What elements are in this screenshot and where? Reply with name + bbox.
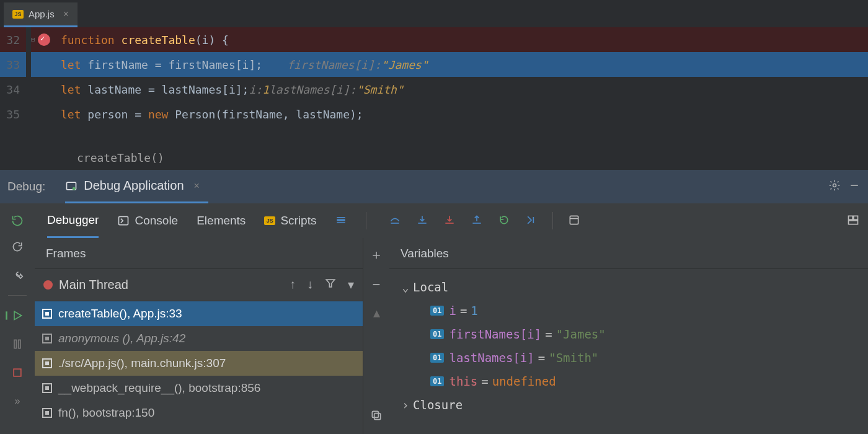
minimize-icon[interactable] xyxy=(848,179,861,195)
svg-rect-27 xyxy=(374,414,381,420)
code-line[interactable]: let firstName = firstNames[i];firstNames… xyxy=(57,52,868,77)
next-frame-icon[interactable]: ↓ xyxy=(307,277,313,293)
stack-frame[interactable]: createTable(), App.js:33 xyxy=(35,301,363,326)
svg-rect-18 xyxy=(849,216,853,219)
stack-frame[interactable]: anonymous (), App.js:42 xyxy=(35,326,363,351)
force-step-into-icon[interactable] xyxy=(443,214,456,228)
stack-frame[interactable]: fn(), bootstrap:150 xyxy=(35,401,363,425)
debug-title: Debug: xyxy=(7,180,45,193)
variables-tree[interactable]: ⌄Local01i = 101firstNames[i] = "James"01… xyxy=(389,269,868,423)
add-watch-icon[interactable]: ＋ xyxy=(370,246,383,264)
tab-elements[interactable]: Elements xyxy=(197,203,246,238)
drop-frame-icon[interactable] xyxy=(498,214,510,228)
code-area[interactable]: function createTable(i) { let firstName … xyxy=(57,27,868,145)
code-line[interactable]: let lastName = lastNames[i]; i: 1 lastNa… xyxy=(57,77,868,102)
file-tab[interactable]: JS App.js × xyxy=(4,2,78,27)
frame-edit-icons: ＋ − ▴ xyxy=(363,238,389,434)
breadcrumb[interactable]: createTable() xyxy=(0,145,868,170)
value-type-badge: 01 xyxy=(430,306,444,316)
rerun-icon[interactable] xyxy=(9,212,26,229)
remove-watch-icon[interactable]: − xyxy=(373,277,381,293)
frame-icon xyxy=(42,408,52,418)
js-file-icon: JS xyxy=(12,10,24,19)
frame-icon xyxy=(42,334,52,343)
step-out-icon[interactable] xyxy=(471,214,483,228)
svg-rect-20 xyxy=(849,220,858,224)
svg-rect-19 xyxy=(854,216,858,219)
resume-icon[interactable] xyxy=(9,307,26,324)
svg-rect-25 xyxy=(14,369,21,376)
variable-row[interactable]: 01this = undefined xyxy=(398,370,859,393)
scope-row[interactable]: ›Closure xyxy=(398,393,859,417)
run-to-cursor-icon[interactable] xyxy=(525,214,538,228)
console-icon xyxy=(117,215,130,227)
update-icon[interactable] xyxy=(9,238,26,255)
js-icon: JS xyxy=(264,216,275,225)
frame-icon xyxy=(42,383,52,393)
code-line[interactable]: let person = new Person(firstName, lastN… xyxy=(57,102,868,126)
value-type-badge: 01 xyxy=(430,376,444,386)
frames-list[interactable]: createTable(), App.js:33anonymous (), Ap… xyxy=(35,301,363,434)
pause-icon[interactable] xyxy=(9,335,26,353)
svg-point-2 xyxy=(833,184,836,187)
line-number-gutter: 32333435 xyxy=(0,27,31,145)
layout-icon[interactable] xyxy=(847,214,859,228)
debugger-panel: » Frames Main Thread ↑ ↓ ▾ createTable()… xyxy=(0,238,868,434)
svg-rect-16 xyxy=(570,216,578,224)
debug-toolwindow-header: Debug: Debug Application × xyxy=(0,170,868,203)
prev-frame-icon[interactable]: ↑ xyxy=(290,277,296,293)
debugger-tabs: Debugger Console Elements JS Scripts xyxy=(0,203,868,238)
frame-icon xyxy=(42,309,52,319)
step-over-icon[interactable] xyxy=(389,214,401,228)
svg-marker-26 xyxy=(326,280,334,287)
debug-side-toolbar: » xyxy=(0,238,35,434)
step-into-icon[interactable] xyxy=(416,214,428,228)
variables-pane: Variables ⌄Local01i = 101firstNames[i] =… xyxy=(389,238,868,434)
file-tab-label: App.js xyxy=(29,9,55,19)
value-type-badge: 01 xyxy=(430,353,444,363)
variables-header: Variables xyxy=(389,238,868,269)
variable-row[interactable]: 01i = 1 xyxy=(398,299,859,322)
filter-icon[interactable] xyxy=(324,277,337,293)
file-tabs: JS App.js × xyxy=(0,0,868,27)
debug-config-icon xyxy=(65,180,78,192)
stop-icon[interactable] xyxy=(9,364,26,381)
close-icon[interactable]: × xyxy=(194,180,200,192)
svg-rect-24 xyxy=(19,340,20,348)
code-line[interactable]: function createTable(i) { xyxy=(57,27,868,52)
svg-rect-28 xyxy=(372,411,378,417)
up-icon[interactable]: ▴ xyxy=(373,305,380,321)
variable-row[interactable]: 01firstNames[i] = "James" xyxy=(398,322,859,346)
copy-icon[interactable] xyxy=(370,409,383,425)
wrench-icon[interactable] xyxy=(9,267,26,284)
frames-header: Frames xyxy=(35,238,363,269)
variable-row[interactable]: 01lastNames[i] = "Smith" xyxy=(398,346,859,370)
code-editor[interactable]: 32333435 ⊟ function createTable(i) { let… xyxy=(0,27,868,145)
frame-icon xyxy=(42,358,52,368)
scope-row[interactable]: ⌄Local xyxy=(398,275,859,299)
thread-status-dot xyxy=(43,280,53,290)
stack-frame[interactable]: __webpack_require__(), bootstrap:856 xyxy=(35,376,363,401)
settings-icon[interactable] xyxy=(828,179,841,195)
run-config-tab[interactable]: Debug Application × xyxy=(65,170,208,203)
dropdown-icon[interactable]: ▾ xyxy=(348,277,354,293)
tab-console[interactable]: Console xyxy=(117,203,178,238)
value-type-badge: 01 xyxy=(430,329,444,339)
svg-rect-23 xyxy=(14,340,16,348)
tab-debugger[interactable]: Debugger xyxy=(47,203,99,238)
breakpoint-gutter[interactable]: ⊟ xyxy=(31,27,57,145)
frames-pane: Frames Main Thread ↑ ↓ ▾ createTable(), … xyxy=(35,238,363,434)
tab-scripts[interactable]: JS Scripts xyxy=(264,203,316,238)
threads-icon[interactable] xyxy=(335,214,347,228)
evaluate-icon[interactable] xyxy=(568,214,580,228)
svg-point-1 xyxy=(73,187,76,190)
more-icon[interactable]: » xyxy=(9,392,26,410)
breakpoint-icon[interactable] xyxy=(38,33,50,46)
stack-frame[interactable]: ./src/App.js(), main.chunk.js:307 xyxy=(35,351,363,376)
thread-selector[interactable]: Main Thread ↑ ↓ ▾ xyxy=(35,269,363,301)
close-tab-icon[interactable]: × xyxy=(63,9,69,20)
